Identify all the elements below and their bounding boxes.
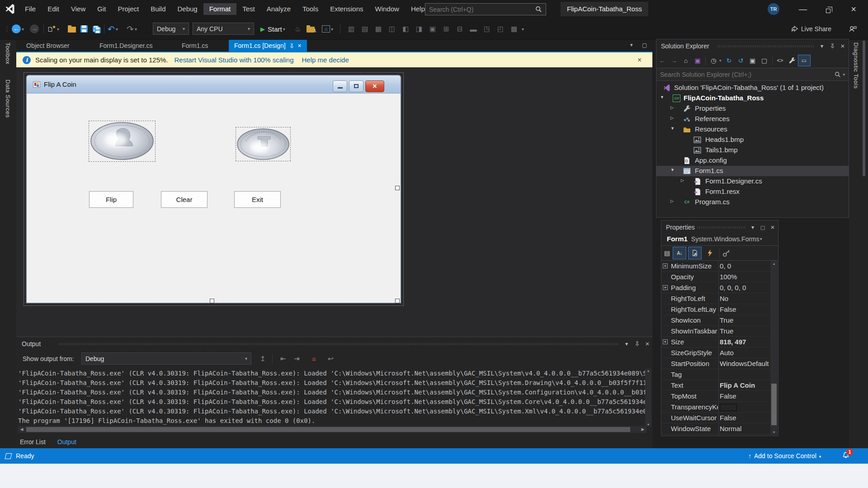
start-dropdown-caret[interactable]: ▾: [283, 27, 285, 32]
menu-debug[interactable]: Debug: [172, 3, 203, 15]
resize-handle-corner[interactable]: [395, 299, 400, 303]
exit-button[interactable]: Exit: [234, 191, 281, 208]
navigate-back-button[interactable]: ← ▾: [12, 23, 24, 34]
quick-search-box[interactable]: [425, 3, 546, 15]
object-dropdown-caret[interactable]: ▾: [760, 236, 762, 241]
expand-icon[interactable]: +: [663, 285, 668, 290]
menu-file[interactable]: File: [19, 3, 42, 15]
vertical-spacing-icon[interactable]: ◳: [480, 25, 494, 33]
undo-dropdown-caret[interactable]: ▾: [116, 27, 118, 32]
make-same-size-icon[interactable]: ⊟: [453, 25, 467, 33]
scrollbar-thumb[interactable]: [26, 427, 630, 432]
form-close-button[interactable]: ×: [365, 80, 384, 92]
align-centers-icon[interactable]: ▤: [358, 25, 372, 33]
new-project-button[interactable]: 🗋 ★ ▾: [47, 23, 59, 34]
tree-item-tails-bmp[interactable]: Tails1.bmp: [656, 145, 849, 155]
menu-format[interactable]: Format: [203, 3, 237, 15]
align-bottoms-icon[interactable]: ◨: [412, 25, 426, 33]
property-row[interactable]: RightToLeftNo: [661, 293, 770, 304]
solution-platform-dropdown[interactable]: Any CPU▾: [193, 23, 254, 35]
property-row[interactable]: RightToLeftLayFalse: [661, 304, 770, 315]
menu-analyze[interactable]: Analyze: [261, 3, 297, 15]
tree-item-program-cs[interactable]: ▷ C# Program.cs: [656, 197, 849, 207]
events-lightning-icon[interactable]: [707, 249, 713, 257]
heads-picturebox[interactable]: [89, 121, 156, 162]
se-sync-icon[interactable]: ↺: [735, 57, 747, 64]
align-rights-icon[interactable]: ▦: [372, 25, 385, 33]
search-caret[interactable]: ▾: [843, 72, 845, 77]
tree-item-heads-bmp[interactable]: Heads1.bmp: [656, 135, 849, 145]
expand-icon[interactable]: +: [663, 339, 668, 344]
properties-view-icon[interactable]: [688, 247, 702, 259]
feedback-button[interactable]: [849, 23, 857, 34]
property-row[interactable]: UseWaitCursorFalse: [661, 413, 770, 423]
save-button[interactable]: [80, 23, 88, 34]
scroll-up-icon[interactable]: ▴: [645, 369, 651, 373]
form-minimize-button[interactable]: [333, 80, 347, 92]
tab-form1-cs[interactable]: Form1.cs: [176, 40, 213, 52]
se-close-icon[interactable]: ×: [838, 39, 847, 53]
tree-item-form1-resx[interactable]: Form1.resx: [656, 187, 849, 197]
property-row[interactable]: WindowStateNormal: [661, 423, 770, 434]
expanded-twisty-icon[interactable]: ▼: [660, 95, 664, 99]
expanded-twisty-icon[interactable]: ▼: [670, 168, 675, 172]
tree-item-project[interactable]: ▼ C# FlipACoin-Tabatha_Ross: [656, 93, 849, 103]
align-middles-icon[interactable]: ◧: [399, 25, 412, 33]
tab-object-browser[interactable]: Object Browser: [21, 40, 75, 52]
property-row[interactable]: TopMostFalse: [661, 391, 770, 402]
data-sources-tab[interactable]: Data Sources: [5, 80, 11, 118]
scroll-left-icon[interactable]: ◀: [18, 426, 25, 433]
property-row[interactable]: TransparencyKe: [661, 402, 770, 413]
expanded-twisty-icon[interactable]: ▼: [670, 126, 675, 131]
navigate-forward-button[interactable]: →: [30, 23, 39, 34]
menu-view[interactable]: View: [65, 3, 91, 15]
property-row[interactable]: Opacity100%: [661, 272, 770, 282]
close-button[interactable]: ×: [841, 0, 866, 18]
se-preview-selected-icon[interactable]: ▭: [798, 55, 811, 66]
resize-handle-right[interactable]: [395, 186, 400, 190]
output-tab[interactable]: Output: [57, 438, 76, 446]
clear-button[interactable]: Clear: [161, 191, 208, 208]
send-to-back-icon[interactable]: ▩: [507, 25, 521, 33]
se-window-caret[interactable]: ▾: [817, 39, 826, 53]
tree-item-form1-designer-cs[interactable]: ▷ Form1.Designer.cs: [656, 176, 849, 187]
background-tasks-icon[interactable]: [5, 453, 12, 459]
align-tops-icon[interactable]: ◫: [385, 25, 399, 33]
hot-reload-icon[interactable]: ♨: [295, 23, 301, 34]
menu-project[interactable]: Project: [112, 3, 145, 15]
undo-button[interactable]: ↶ ▾: [108, 23, 118, 34]
property-row[interactable]: TextFlip A Coin: [661, 380, 770, 391]
se-refresh-icon[interactable]: ↻: [723, 57, 735, 64]
property-row[interactable]: ShowIconTrue: [661, 315, 770, 326]
tree-item-app-config[interactable]: App.config: [656, 155, 849, 166]
se-collapse-all-icon[interactable]: ▣: [747, 57, 759, 64]
pin-icon[interactable]: [289, 43, 294, 48]
designed-form-titlebar[interactable]: Flip A Coin ×: [27, 75, 401, 94]
se-pending-changes-icon[interactable]: ◷: [708, 57, 719, 64]
tab-form1-designer-cs[interactable]: Form1.Designer.cs: [94, 40, 158, 52]
tab-options-icon[interactable]: ▢: [642, 42, 647, 48]
transparency-color-swatch[interactable]: [720, 404, 737, 411]
menu-tools[interactable]: Tools: [297, 3, 324, 15]
se-pin-icon[interactable]: [830, 43, 835, 48]
se-show-all-files-icon[interactable]: ▢: [759, 57, 770, 64]
solution-configuration-dropdown[interactable]: Debug▾: [153, 23, 189, 35]
scroll-down-icon[interactable]: ▾: [770, 430, 778, 434]
image-dropdown-caret[interactable]: ▾: [331, 27, 333, 32]
designed-form-window[interactable]: Flip A Coin ×: [26, 75, 401, 303]
output-close-icon[interactable]: ×: [643, 337, 652, 351]
back-dropdown-caret[interactable]: ▾: [22, 27, 24, 32]
scroll-up-icon[interactable]: ▴: [770, 262, 778, 266]
add-to-source-control-button[interactable]: ↑ Add to Source Control ▴: [748, 452, 821, 460]
new-dropdown-caret[interactable]: ▾: [57, 27, 59, 32]
start-debug-button[interactable]: ▶ Start ▾: [260, 23, 285, 34]
se-properties-wrench-icon[interactable]: [788, 57, 796, 64]
clear-all-icon[interactable]: ≡: [312, 355, 316, 363]
property-pages-key-icon[interactable]: [722, 249, 730, 257]
output-source-dropdown[interactable]: Debug ▾: [81, 352, 251, 365]
toolbox-tab[interactable]: Toolbox: [5, 42, 11, 64]
output-vertical-scrollbar[interactable]: ▴ ▾: [645, 369, 651, 427]
tree-item-solution[interactable]: Solution 'FlipACoin-Tabatha_Ross' (1 of …: [656, 83, 849, 93]
menu-git[interactable]: Git: [91, 3, 112, 15]
expand-icon[interactable]: +: [663, 263, 668, 268]
